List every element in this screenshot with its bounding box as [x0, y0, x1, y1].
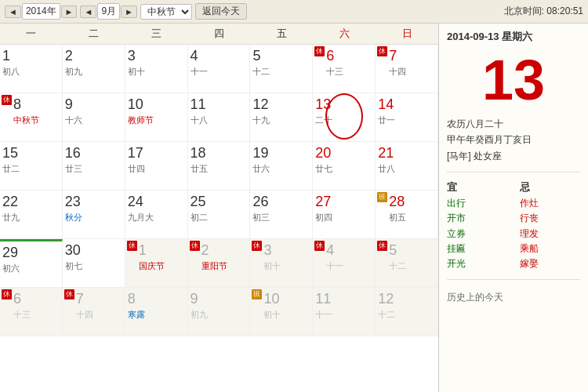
table-row[interactable]: 班10初十 — [250, 288, 313, 336]
rp-lunar-info: 农历八月二十 甲午年癸酉月丁亥日 [马年] 处女座 — [447, 116, 580, 164]
table-row[interactable]: 18廿五 — [188, 142, 251, 191]
top-nav: ◄ 2014年 ► ◄ 9月 ► 中秋节 返回今天 北京时间: 08:20:51 — [0, 0, 588, 24]
table-row[interactable]: 16廿三 — [63, 142, 125, 191]
table-row[interactable]: 20廿七 — [313, 142, 376, 191]
main-day: 27 — [315, 194, 372, 211]
main-day: 14 — [378, 96, 435, 114]
lunar-day: 二十 — [315, 114, 372, 126]
table-row[interactable]: 30初七 — [63, 239, 125, 288]
table-row[interactable]: 11十一 — [313, 288, 376, 336]
lunar-day: 初十 — [263, 260, 310, 272]
table-row[interactable]: 11十八 — [188, 93, 251, 142]
main-day: 5 — [252, 48, 310, 65]
lunar-day: 初九 — [191, 309, 248, 321]
table-row[interactable]: 3初十 — [125, 45, 188, 93]
rp-ji-items: 作灶行丧理发乘船嫁娶 — [520, 196, 580, 271]
main-day: 6 — [326, 48, 372, 65]
dow-mon: 一 — [0, 24, 63, 44]
lunar-day: 中秋节 — [13, 114, 60, 126]
table-row[interactable]: 班28初五 — [376, 191, 438, 239]
lunar-day: 廿七 — [315, 163, 372, 175]
prev-year-btn[interactable]: ◄ — [5, 5, 21, 18]
lunar-day: 初九 — [65, 66, 122, 78]
table-row[interactable]: 5十二 — [250, 45, 313, 93]
next-year-btn[interactable]: ► — [61, 5, 78, 18]
table-row[interactable]: 2初九 — [63, 45, 125, 93]
main-day: 3 — [128, 48, 185, 65]
rp-yi-col: 宜 出行开市立券挂匾开光 — [447, 180, 507, 271]
lunar-day: 廿二 — [2, 163, 60, 175]
table-row[interactable]: 休6十三 — [313, 45, 376, 93]
return-today-btn[interactable]: 返回今天 — [195, 3, 247, 20]
yi-item: 开光 — [447, 256, 507, 271]
next-month-btn[interactable]: ► — [121, 5, 137, 18]
table-row[interactable]: 休1国庆节 — [125, 239, 188, 288]
lunar-day: 十六 — [65, 114, 122, 126]
table-row[interactable]: 休8中秋节 — [0, 93, 63, 142]
main-day: 11 — [315, 291, 372, 308]
holiday-badge: 休 — [377, 46, 387, 56]
table-row[interactable]: 15廿二 — [0, 142, 63, 191]
rp-yi-items: 出行开市立券挂匾开光 — [447, 196, 507, 271]
main-day: 21 — [378, 145, 435, 162]
main-day: 11 — [191, 96, 248, 114]
table-row[interactable]: 4十一 — [188, 45, 251, 93]
table-row[interactable]: 27初四 — [313, 191, 376, 239]
table-row[interactable]: 休3初十 — [250, 239, 313, 288]
prev-month-btn[interactable]: ◄ — [80, 5, 96, 18]
main-day: 23 — [65, 194, 122, 211]
table-row[interactable]: 1初八 — [0, 45, 63, 93]
table-row[interactable]: 12十二 — [376, 288, 438, 336]
rp-big-day: 13 — [447, 52, 580, 108]
table-row[interactable]: 休7十四 — [376, 45, 438, 93]
lunar-day: 十八 — [191, 114, 248, 126]
table-row[interactable]: 24九月大 — [125, 191, 188, 239]
holiday-badge: 休 — [377, 241, 387, 251]
dow-sun: 日 — [376, 24, 438, 44]
table-row[interactable]: 22廿九 — [0, 191, 63, 239]
table-row[interactable]: 10教师节 — [125, 93, 188, 142]
main-day: 9 — [191, 291, 248, 308]
dow-tue: 二 — [63, 24, 125, 44]
main-day: 17 — [128, 145, 185, 162]
table-row[interactable]: 26初三 — [250, 191, 313, 239]
main-day: 7 — [76, 291, 122, 308]
table-row[interactable]: 13二十 — [313, 93, 376, 142]
table-row[interactable]: 14廿一 — [376, 93, 438, 142]
main-day: 4 — [191, 48, 248, 65]
table-row[interactable]: 25初二 — [188, 191, 251, 239]
table-row[interactable]: 休2重阳节 — [188, 239, 251, 288]
yi-item: 立券 — [447, 227, 507, 241]
table-row[interactable]: 12十九 — [250, 93, 313, 142]
main-day: 9 — [65, 96, 122, 114]
table-row[interactable]: 17廿四 — [125, 142, 188, 191]
main-day: 4 — [326, 242, 372, 260]
table-row[interactable]: 休7十四 — [63, 288, 125, 336]
table-row[interactable]: 29初六 — [0, 239, 63, 288]
lunar-day: 重阳节 — [201, 260, 248, 272]
table-row[interactable]: 21廿八 — [376, 142, 438, 191]
main-day: 26 — [252, 194, 310, 211]
festival-select[interactable]: 中秋节 — [140, 4, 192, 20]
rp-yi-header: 宜 — [447, 180, 507, 194]
year-nav-group: ◄ 2014年 ► — [5, 3, 77, 20]
table-row[interactable]: 23秋分 — [63, 191, 125, 239]
main-day: 8 — [13, 96, 60, 114]
main-day: 10 — [128, 96, 185, 114]
lunar-day: 十四 — [76, 309, 122, 321]
table-row[interactable]: 9初九 — [188, 288, 251, 336]
main-day: 3 — [263, 242, 310, 260]
ji-item: 行丧 — [520, 211, 580, 226]
lunar-day: 廿六 — [252, 163, 310, 175]
ji-item: 嫁娶 — [520, 256, 580, 271]
table-row[interactable]: 休6十三 — [0, 288, 63, 336]
lunar-day: 初二 — [191, 212, 248, 223]
table-row[interactable]: 休4十一 — [313, 239, 376, 288]
table-row[interactable]: 19廿六 — [250, 142, 313, 191]
lunar-day: 廿四 — [128, 163, 185, 175]
ji-item: 作灶 — [520, 196, 580, 211]
table-row[interactable]: 休5十二 — [376, 239, 438, 288]
table-row[interactable]: 9十六 — [63, 93, 125, 142]
dow-wed: 三 — [125, 24, 188, 44]
table-row[interactable]: 8寒露 — [125, 288, 188, 336]
